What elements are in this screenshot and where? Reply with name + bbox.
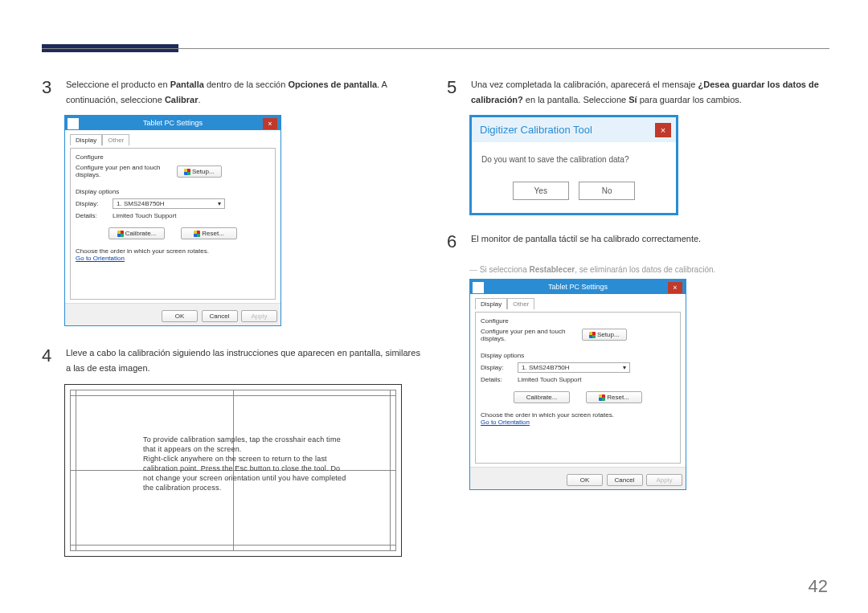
t: Una vez completada la calibración, apare… xyxy=(471,80,698,89)
close-icon[interactable]: × xyxy=(668,282,682,293)
close-icon[interactable]: × xyxy=(655,123,671,137)
step-6: 6 El monitor de pantalla táctil se ha ca… xyxy=(447,227,833,256)
setup-button[interactable]: Setup... xyxy=(177,166,222,178)
digitizer-dialog: Digitizer Calibration Tool × Do you want… xyxy=(469,115,678,215)
setup-button[interactable]: Setup... xyxy=(582,329,627,341)
t: para guardar los cambios. xyxy=(637,95,742,104)
select-value: 1. SMS24B750H xyxy=(117,200,165,207)
gridline xyxy=(71,545,395,546)
t: Si selecciona xyxy=(480,265,530,274)
step-text: Una vez completada la calibración, apare… xyxy=(471,72,833,107)
app-icon xyxy=(473,282,484,293)
ok-button[interactable]: OK xyxy=(567,474,603,486)
reset-button[interactable]: Reset... xyxy=(181,227,237,239)
tabs: DisplayOther xyxy=(475,297,681,309)
calibration-instructions: To provide calibration samples, tap the … xyxy=(143,435,347,493)
orientation-link[interactable]: Go to Orientation xyxy=(76,255,125,262)
details-label: Details: xyxy=(481,376,513,383)
close-icon[interactable]: × xyxy=(263,118,277,129)
step-3: 3 Seleccione el producto en Pantalla den… xyxy=(42,72,426,107)
configure-text: Configure your pen and touch displays. xyxy=(481,328,577,342)
tablet-pc-settings-window: Tablet PC Settings × DisplayOther Config… xyxy=(469,279,686,490)
configure-label: Configure xyxy=(481,317,675,325)
header-rule xyxy=(42,48,829,49)
ok-button[interactable]: OK xyxy=(162,310,198,322)
calibrate-button[interactable]: Calibrate... xyxy=(514,391,570,403)
step-5: 5 Una vez completada la calibración, apa… xyxy=(447,72,833,107)
note: Si selecciona Restablecer, se eliminarán… xyxy=(469,265,833,274)
tab-other[interactable]: Other xyxy=(507,298,534,309)
tab-display[interactable]: Display xyxy=(70,134,102,145)
orientation-link[interactable]: Go to Orientation xyxy=(481,419,530,426)
tab-display[interactable]: Display xyxy=(475,298,507,309)
t: dentro de la sección xyxy=(204,80,289,89)
display-options-label: Display options xyxy=(76,188,270,195)
reset-button[interactable]: Reset... xyxy=(586,391,642,403)
shield-icon xyxy=(589,332,596,338)
tab-panel: Configure Configure your pen and touch d… xyxy=(70,148,276,300)
select-value: 1. SMS24B750H xyxy=(522,364,570,371)
tab-panel: Configure Configure your pen and touch d… xyxy=(475,312,681,464)
step-text: Lleve a cabo la calibración siguiendo la… xyxy=(66,341,426,375)
step-number: 4 xyxy=(42,341,56,375)
no-button[interactable]: No xyxy=(579,182,635,200)
apply-button[interactable]: Apply xyxy=(241,310,277,322)
shield-icon xyxy=(599,394,605,401)
shield-icon xyxy=(117,231,124,237)
step-number: 6 xyxy=(447,227,461,256)
btn-label: Reset... xyxy=(202,230,224,237)
rotation-text: Choose the order in which your screen ro… xyxy=(76,247,270,255)
cancel-button[interactable]: Cancel xyxy=(607,474,643,486)
window-footer: OK Cancel Apply xyxy=(65,303,280,325)
calibration-inner: To provide calibration samples, tap the … xyxy=(70,390,396,551)
calibrate-button[interactable]: Calibrate... xyxy=(108,227,165,239)
window-body: DisplayOther Configure Configure your pe… xyxy=(470,294,686,467)
window-title: Tablet PC Settings xyxy=(143,119,203,127)
display-label: Display: xyxy=(481,364,513,371)
step-number: 3 xyxy=(42,72,56,107)
details-label: Details: xyxy=(76,212,108,219)
t: Sí xyxy=(628,95,637,104)
configure-label: Configure xyxy=(76,153,270,161)
window-title: Tablet PC Settings xyxy=(548,283,608,291)
configure-text: Configure your pen and touch displays. xyxy=(76,164,172,178)
gridline xyxy=(71,395,395,396)
window-footer: OK Cancel Apply xyxy=(470,467,686,489)
btn-label: Setup... xyxy=(192,168,215,175)
step-4: 4 Lleve a cabo la calibración siguiendo … xyxy=(42,341,426,375)
t: Restablecer xyxy=(529,265,575,274)
tablet-pc-settings-window: Tablet PC Settings × DisplayOther Config… xyxy=(64,115,281,326)
shield-icon xyxy=(184,169,190,175)
app-icon xyxy=(68,118,79,129)
btn-label: Reset... xyxy=(607,394,629,401)
right-column: 5 Una vez completada la calibración, apa… xyxy=(447,72,833,490)
t: Seleccione el producto en xyxy=(66,80,170,89)
btn-label: Setup... xyxy=(597,331,620,338)
window-titlebar: Tablet PC Settings × xyxy=(470,280,686,294)
details-value: Limited Touch Support xyxy=(113,212,176,219)
btn-label: Calibrate... xyxy=(526,394,558,401)
dialog-buttons: Yes No xyxy=(472,167,676,213)
display-select[interactable]: 1. SMS24B750H▾ xyxy=(113,198,225,209)
calibration-screenshot: To provide calibration samples, tap the … xyxy=(64,384,402,557)
t: en la pantalla. Seleccione xyxy=(523,95,628,104)
step-text: Seleccione el producto en Pantalla dentr… xyxy=(66,72,426,107)
t: Calibrar xyxy=(165,95,199,104)
tabs: DisplayOther xyxy=(70,133,276,145)
display-select[interactable]: 1. SMS24B750H▾ xyxy=(518,362,630,373)
yes-button[interactable]: Yes xyxy=(513,182,569,200)
step-text: El monitor de pantalla táctil se ha cali… xyxy=(471,227,701,256)
t: . xyxy=(199,95,201,104)
rotation-text: Choose the order in which your screen ro… xyxy=(481,411,675,419)
tab-other[interactable]: Other xyxy=(102,134,129,145)
left-column: 3 Seleccione el producto en Pantalla den… xyxy=(42,72,426,557)
window-titlebar: Tablet PC Settings × xyxy=(65,116,280,130)
apply-button[interactable]: Apply xyxy=(646,474,682,486)
cancel-button[interactable]: Cancel xyxy=(202,310,238,322)
details-value: Limited Touch Support xyxy=(518,376,581,383)
t: Pantalla xyxy=(170,80,204,89)
dialog-message: Do you want to save the calibration data… xyxy=(472,142,676,167)
display-label: Display: xyxy=(76,200,108,207)
shield-icon xyxy=(194,231,200,237)
page-number: 42 xyxy=(809,576,828,597)
